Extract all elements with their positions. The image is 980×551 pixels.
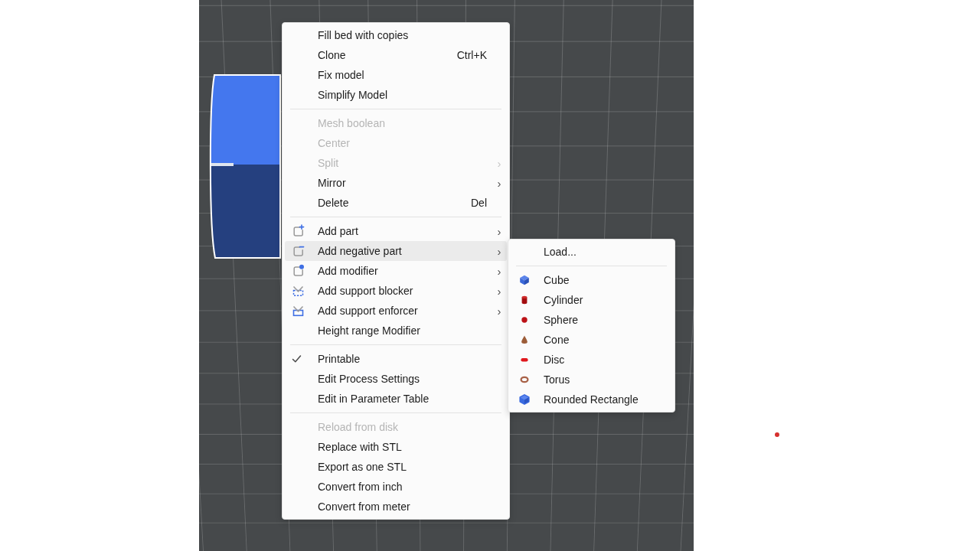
menu-item-label: Split: [318, 157, 492, 169]
menu-item-label: Rounded Rectangle: [544, 393, 657, 406]
menu-item-label: Add negative part: [318, 245, 492, 257]
menu-item-label: Printable: [318, 353, 492, 365]
menu-separator: [290, 109, 501, 109]
shortcut-label: Del: [471, 197, 487, 209]
menu-item-label: Torus: [544, 373, 657, 386]
menu-item-label: Add support blocker: [318, 285, 492, 297]
menu-item-label: Delete: [318, 197, 471, 209]
menu-item-clone[interactable]: CloneCtrl+K: [285, 45, 507, 65]
model-top-half: [207, 74, 281, 165]
menu-item-label: Fix model: [318, 69, 492, 81]
menu-item-mirror[interactable]: Mirror›: [285, 173, 507, 193]
menu-item-replace-with-stl[interactable]: Replace with STL: [285, 437, 507, 457]
menu-item-label: Add modifier: [318, 265, 492, 277]
menu-item-label: Replace with STL: [318, 441, 492, 453]
menu-item-rounded-rectangle[interactable]: Rounded Rectangle: [511, 390, 672, 409]
menu-item-fix-model[interactable]: Fix model: [285, 65, 507, 85]
menu-item-delete[interactable]: DeleteDel: [285, 193, 507, 213]
add-modifier-icon: [285, 264, 318, 278]
menu-item-add-modifier[interactable]: Add modifier›: [285, 261, 507, 281]
menu-item-label: Add part: [318, 225, 492, 237]
menu-separator: [290, 344, 501, 345]
menu-item-add-support-blocker[interactable]: Add support blocker›: [285, 281, 507, 301]
menu-item-label: Add support enforcer: [318, 305, 492, 317]
submenu-arrow-icon: ›: [492, 266, 507, 277]
menu-item-label: Disc: [544, 354, 657, 366]
menu-item-label: Edit Process Settings: [318, 373, 492, 385]
add-part-icon: [285, 224, 318, 238]
support-enforcer-icon: [285, 304, 318, 318]
menu-item-simplify-model[interactable]: Simplify Model: [285, 85, 507, 105]
cone-icon: [511, 334, 544, 345]
submenu-arrow-icon: ›: [492, 226, 507, 237]
submenu-arrow-icon: ›: [492, 285, 507, 297]
menu-item-cylinder[interactable]: Cylinder: [511, 290, 672, 310]
menu-item-cube[interactable]: Cube: [511, 270, 672, 290]
menu-item-convert-from-inch[interactable]: Convert from inch: [285, 477, 507, 497]
submenu-arrow-icon: ›: [492, 246, 507, 257]
menu-item-edit-in-parameter-table[interactable]: Edit in Parameter Table: [285, 389, 507, 409]
menu-item-cone[interactable]: Cone: [511, 330, 672, 350]
menu-item-label: Simplify Model: [318, 89, 492, 101]
model-seam-line: [208, 163, 234, 166]
submenu-arrow-icon: ›: [492, 305, 507, 317]
menu-item-label: Reload from disk: [318, 421, 492, 433]
menu-item-label: Cylinder: [544, 294, 657, 306]
menu-item-label: Height range Modifier: [318, 324, 492, 337]
menu-item-convert-from-meter[interactable]: Convert from meter: [285, 497, 507, 517]
menu-separator: [290, 412, 501, 413]
torus-icon: [511, 374, 544, 385]
cylinder-icon: [511, 295, 544, 305]
model-cube[interactable]: [207, 74, 281, 259]
menu-item-height-range-modifier[interactable]: Height range Modifier: [285, 321, 507, 341]
menu-item-label: Load...: [544, 246, 657, 258]
menu-separator: [290, 217, 501, 217]
sphere-icon: [511, 315, 544, 325]
menu-item-fill-bed-with-copies[interactable]: Fill bed with copies: [285, 25, 507, 45]
menu-item-label: Mesh boolean: [318, 117, 492, 129]
menu-item-mesh-boolean: Mesh boolean: [285, 113, 507, 133]
menu-item-label: Edit in Parameter Table: [318, 393, 492, 405]
menu-item-center: Center: [285, 133, 507, 153]
add-negative-part-submenu: Load...CubeCylinderSphereConeDiscTorusRo…: [508, 239, 675, 412]
menu-item-label: Clone: [318, 49, 457, 61]
menu-item-label: Sphere: [544, 314, 657, 326]
submenu-arrow-icon: ›: [492, 158, 507, 169]
menu-item-export-as-one-stl[interactable]: Export as one STL: [285, 457, 507, 477]
menu-item-split: Split›: [285, 153, 507, 173]
menu-item-label: Export as one STL: [318, 461, 492, 473]
menu-item-label: Fill bed with copies: [318, 29, 492, 41]
menu-item-load[interactable]: Load...: [511, 242, 672, 262]
menu-separator: [516, 266, 667, 266]
menu-item-label: Convert from inch: [318, 481, 492, 493]
context-menu: Fill bed with copiesCloneCtrl+KFix model…: [282, 22, 510, 520]
menu-item-add-support-enforcer[interactable]: Add support enforcer›: [285, 301, 507, 321]
menu-item-add-part[interactable]: Add part›: [285, 221, 507, 241]
model-bottom-half: [207, 165, 281, 259]
menu-item-label: Center: [318, 137, 492, 149]
menu-item-printable[interactable]: Printable: [285, 349, 507, 369]
menu-item-label: Cube: [544, 274, 657, 286]
shortcut-label: Ctrl+K: [457, 49, 487, 61]
menu-item-label: Cone: [544, 334, 657, 346]
menu-item-edit-process-settings[interactable]: Edit Process Settings: [285, 369, 507, 389]
cube-icon: [511, 275, 544, 285]
cursor-dot: [775, 432, 779, 437]
submenu-arrow-icon: ›: [492, 178, 507, 189]
menu-item-disc[interactable]: Disc: [511, 350, 672, 370]
menu-item-label: Convert from meter: [318, 500, 492, 513]
check-icon: [285, 354, 318, 364]
menu-item-sphere[interactable]: Sphere: [511, 310, 672, 330]
disc-icon: [511, 354, 544, 365]
support-blocker-icon: [285, 284, 318, 298]
menu-item-reload-from-disk: Reload from disk: [285, 417, 507, 437]
menu-item-label: Mirror: [318, 177, 492, 189]
menu-item-add-negative-part[interactable]: Add negative part›: [285, 241, 507, 261]
add-negative-part-icon: [285, 244, 318, 258]
menu-item-torus[interactable]: Torus: [511, 370, 672, 390]
rounded-rectangle-icon: [511, 394, 544, 405]
